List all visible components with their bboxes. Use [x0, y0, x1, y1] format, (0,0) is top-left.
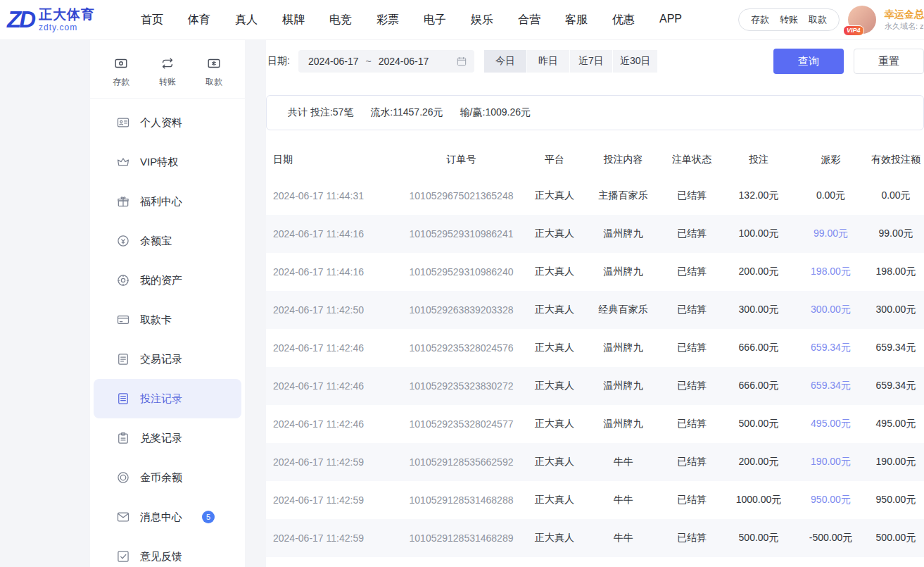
cell-platform: 正大真人 — [523, 189, 586, 202]
table-header-row: 日期订单号平台投注内容注单状态投注派彩有效投注额 — [266, 143, 924, 177]
nav-item-1[interactable]: 体育 — [188, 13, 210, 27]
wallet-action-1[interactable]: 转账 — [780, 13, 798, 26]
nav-item-11[interactable]: APP — [659, 13, 682, 27]
cell-order-no: 1010529128531468288 — [400, 494, 523, 506]
wallet-pill: 存款转账取款 — [738, 8, 840, 31]
cell-date: 2024-06-17 11:42:46 — [266, 418, 400, 430]
date-range-input[interactable]: 2024-06-17 ~ 2024-06-17 — [298, 50, 474, 73]
transfer-icon — [160, 56, 175, 71]
table-row: 2024-06-17 11:44:161010529529310986240正大… — [266, 253, 924, 291]
sidebar-item-2[interactable]: 福利中心 — [94, 182, 241, 221]
cell-valid-bet: 950.00元 — [868, 494, 924, 506]
cell-payout: 99.00元 — [794, 228, 868, 240]
date-start-value: 2024-06-17 — [308, 56, 359, 67]
cell-payout: 950.00元 — [794, 494, 868, 506]
quick-action-label: 存款 — [113, 76, 129, 88]
quick-range-2[interactable]: 近7日 — [570, 50, 612, 73]
nav-item-2[interactable]: 真人 — [235, 13, 258, 27]
table-row: 2024-06-17 11:44:161010529529310986241正大… — [266, 215, 924, 253]
sidebar-item-1[interactable]: VIP特权 — [94, 142, 241, 182]
summary-total-bets: 共计 投注:57笔 — [288, 106, 353, 119]
sidebar-item-9[interactable]: 金币余额 — [94, 458, 241, 497]
date-separator: ~ — [366, 56, 372, 67]
nav-item-7[interactable]: 娱乐 — [471, 13, 493, 27]
wallet-action-2[interactable]: 取款 — [809, 13, 827, 26]
cell-valid-bet: 300.00元 — [868, 304, 924, 316]
sidebar-item-5[interactable]: 取款卡 — [94, 300, 241, 339]
cell-payout: 198.00元 — [794, 266, 868, 278]
quick-range-1[interactable]: 昨日 — [527, 50, 569, 73]
cell-order-no: 1010529529310986241 — [400, 228, 523, 239]
nav-item-4[interactable]: 电竞 — [329, 13, 352, 27]
cell-payout: 495.00元 — [794, 418, 868, 430]
cell-valid-bet: 190.00元 — [868, 456, 924, 468]
main-nav: 首页体育真人棋牌电竞彩票电子娱乐合营客服优惠APP — [141, 13, 682, 27]
cell-bet-amount: 666.00元 — [723, 380, 794, 392]
wallet-action-0[interactable]: 存款 — [751, 13, 769, 26]
sidebar-item-3[interactable]: 余额宝 — [94, 221, 241, 261]
sidebar-item-11[interactable]: 意见反馈 — [94, 537, 241, 567]
sidebar-item-6[interactable]: 交易记录 — [94, 339, 241, 379]
sidebar-item-8[interactable]: 兑奖记录 — [94, 418, 241, 458]
nav-item-0[interactable]: 首页 — [141, 13, 163, 27]
cell-bet-amount: 100.00元 — [723, 228, 794, 240]
cell-valid-bet: 659.34元 — [868, 380, 924, 392]
sidebar-item-10[interactable]: 消息中心5 — [94, 497, 241, 537]
cell-bet-amount: 200.00元 — [723, 456, 794, 468]
cell-date: 2024-06-17 11:42:50 — [266, 304, 400, 316]
cell-status: 已结算 — [660, 304, 723, 316]
coin-icon — [116, 471, 130, 485]
bet-record-icon — [116, 392, 130, 406]
nav-item-8[interactable]: 合营 — [518, 13, 540, 27]
sidebar-item-label: 我的资产 — [140, 274, 182, 287]
transaction-icon — [116, 352, 130, 366]
quick-action-2[interactable]: 取款 — [205, 56, 222, 88]
cell-valid-bet: 659.34元 — [868, 342, 924, 354]
cell-bet-content: 温州牌九 — [586, 342, 660, 354]
cell-order-no: 1010529128535662592 — [400, 456, 523, 468]
sidebar-item-label: 投注记录 — [140, 392, 182, 406]
cell-bet-content: 经典百家乐 — [586, 304, 660, 316]
sidebar-item-label: 金币余额 — [140, 471, 182, 485]
avatar[interactable]: VIP4 — [848, 6, 876, 34]
nav-item-6[interactable]: 电子 — [424, 13, 446, 27]
sidebar-item-0[interactable]: 个人资料 — [94, 103, 241, 142]
redeem-icon — [116, 431, 130, 445]
quick-action-1[interactable]: 转账 — [159, 56, 176, 88]
cell-bet-amount: 132.00元 — [723, 189, 794, 202]
sidebar-item-label: 取款卡 — [140, 313, 172, 327]
assets-icon — [116, 273, 130, 287]
nav-item-10[interactable]: 优惠 — [612, 13, 635, 27]
sidebar-item-label: 交易记录 — [140, 353, 182, 366]
table-header-cell: 有效投注额 — [868, 154, 924, 166]
table-header-cell: 日期 — [266, 154, 400, 166]
cell-bet-content: 主播百家乐 — [586, 189, 660, 202]
quick-action-label: 转账 — [159, 76, 176, 88]
sidebar-item-label: 意见反馈 — [140, 550, 182, 563]
sidebar-item-7[interactable]: 投注记录 — [94, 379, 241, 418]
table-row: 2024-06-17 11:42:501010529263839203328正大… — [266, 291, 924, 329]
sidebar-item-4[interactable]: 我的资产 — [94, 261, 241, 300]
quick-action-0[interactable]: 存款 — [113, 56, 129, 88]
nav-item-3[interactable]: 棋牌 — [282, 13, 305, 27]
username: 幸运金总 — [885, 8, 924, 22]
nav-item-9[interactable]: 客服 — [565, 13, 588, 27]
filter-bar: 日期: 2024-06-17 ~ 2024-06-17 今日昨日近7日近30日 … — [266, 49, 924, 74]
sidebar-item-label: 个人资料 — [140, 116, 182, 130]
cell-date: 2024-06-17 11:44:16 — [266, 228, 400, 239]
cell-platform: 正大真人 — [523, 228, 586, 240]
bank-card-icon — [116, 313, 130, 327]
cell-valid-bet: 198.00元 — [868, 266, 924, 278]
reset-button[interactable]: 重置 — [854, 49, 924, 74]
user-meta: 幸运金总 永久域名: z — [885, 8, 924, 32]
cell-payout: 300.00元 — [794, 304, 868, 316]
quick-range-0[interactable]: 今日 — [484, 50, 526, 73]
cell-date: 2024-06-17 11:42:59 — [266, 494, 400, 506]
search-button[interactable]: 查询 — [773, 49, 844, 74]
logo[interactable]: ZD 正大体育 zdty.com — [7, 7, 114, 33]
quick-range-3[interactable]: 近30日 — [613, 50, 658, 73]
cell-date: 2024-06-17 11:42:59 — [266, 532, 400, 544]
cell-platform: 正大真人 — [523, 380, 586, 392]
feedback-icon — [116, 549, 130, 563]
nav-item-5[interactable]: 彩票 — [376, 13, 399, 27]
